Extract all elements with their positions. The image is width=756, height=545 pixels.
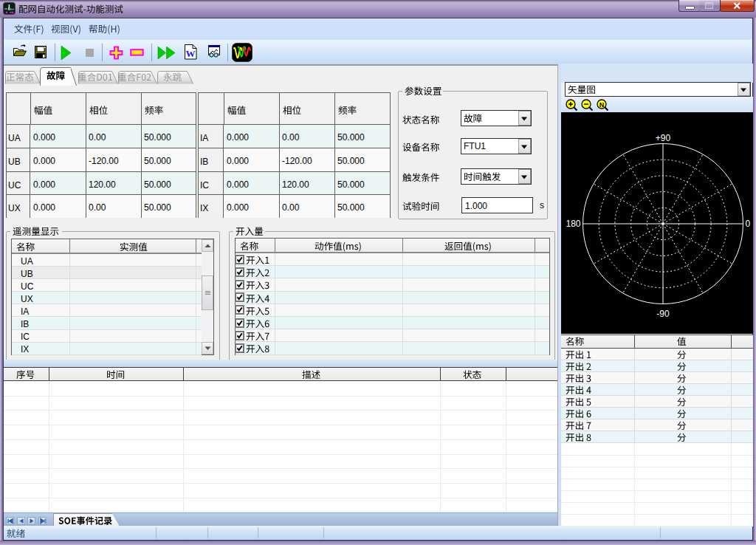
svg-text:N: N [599,101,605,109]
svg-text:+90: +90 [656,133,671,143]
svg-text:0: 0 [746,219,751,229]
svg-text:180: 180 [566,219,580,229]
svg-text:W: W [186,48,196,59]
svg-text:-90: -90 [656,309,670,319]
